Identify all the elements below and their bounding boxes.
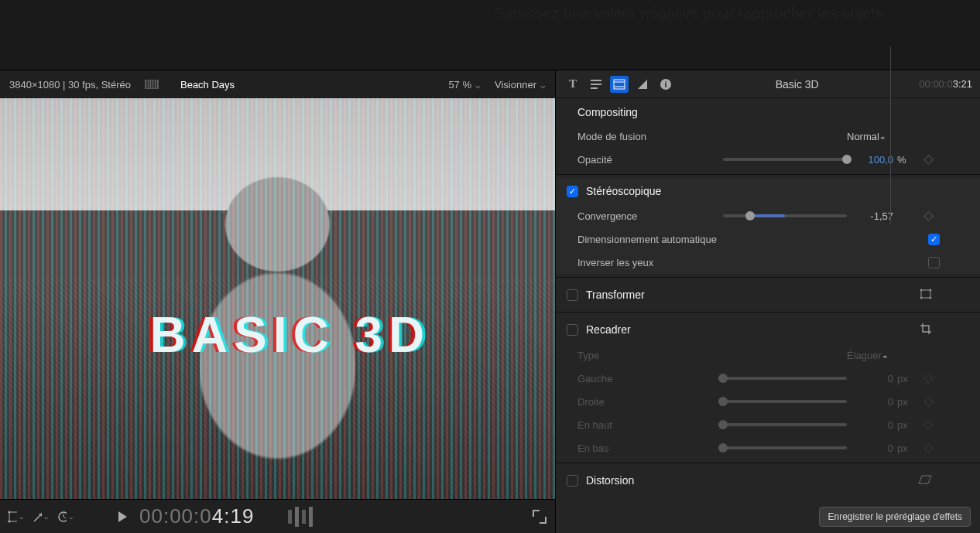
opacity-label: Opacité <box>577 154 723 166</box>
crop-left-row: Gauche 0 px <box>556 367 980 390</box>
viewer-panel: 3840×1080 | 30 fps, Stéréo Beach Days 57… <box>0 70 556 533</box>
fullscreen-button[interactable] <box>532 509 547 524</box>
opacity-slider[interactable] <box>723 158 847 161</box>
app-window: 3840×1080 | 30 fps, Stéréo Beach Days 57… <box>0 70 980 533</box>
distortion-section[interactable]: Distorsion <box>556 466 980 494</box>
title-overlay: BASIC 3D <box>150 306 431 364</box>
svg-point-16 <box>930 289 932 291</box>
tab-text[interactable]: T <box>564 76 582 93</box>
stereoscopic-checkbox[interactable]: ✓ <box>567 186 578 197</box>
convergence-label: Convergence <box>577 210 723 222</box>
inspector-panel: T i Basic 3D 00:00:03:21 Compositing Mod… <box>556 70 980 533</box>
transform-tool-icon[interactable] <box>920 289 932 302</box>
crop-right-value[interactable]: 0 <box>847 396 893 408</box>
svg-point-15 <box>920 289 923 291</box>
autosize-label: Dimensionnement automatique <box>577 234 779 245</box>
preview-image: BASIC 3D <box>0 98 555 499</box>
crop-top-label: En haut <box>577 419 723 431</box>
save-preset-button[interactable]: Enregistrer le préréglage d'effets <box>819 507 971 527</box>
filmstrip-icon[interactable] <box>145 80 159 89</box>
opacity-unit: % <box>893 154 915 166</box>
crop-bottom-row: En bas 0 px <box>556 436 980 460</box>
transform-header: Transformer <box>586 289 645 301</box>
compositing-header: Compositing <box>556 98 980 125</box>
swap-eyes-checkbox[interactable] <box>928 257 940 268</box>
opacity-keyframe[interactable] <box>915 156 941 163</box>
inspector-header: T i Basic 3D 00:00:03:21 <box>556 70 980 98</box>
crop-type-row: Type Élaguer <box>556 343 980 367</box>
play-button[interactable] <box>115 509 130 524</box>
audio-meter-icon[interactable] <box>288 507 313 527</box>
stereoscopic-header: Stéréoscopique <box>586 185 661 197</box>
tab-video[interactable] <box>610 76 629 93</box>
crop-right-keyframe[interactable] <box>915 398 941 405</box>
stereoscopic-section: ✓ Stéréoscopique <box>556 178 980 204</box>
crop-right-row: Droite 0 px <box>556 390 980 413</box>
crop-type-dropdown[interactable]: Élaguer <box>847 350 887 361</box>
blend-mode-label: Mode de fusion <box>577 131 723 142</box>
crop-left-label: Gauche <box>577 373 723 384</box>
autosize-checkbox[interactable]: ✓ <box>928 234 940 245</box>
transform-checkbox[interactable] <box>567 289 578 301</box>
callout-leader-line <box>890 46 891 224</box>
callout-text: Saisissez une valeur négative pour rappr… <box>494 3 887 24</box>
crop-left-slider[interactable] <box>723 377 847 380</box>
crop-bottom-keyframe[interactable] <box>915 445 941 452</box>
px-unit: px <box>893 373 915 384</box>
distortion-header: Distorsion <box>586 474 634 487</box>
transport-bar: ⌵ ⌵ ⌵ 00:00:04:19 <box>0 499 555 533</box>
inspector-timecode: 00:00:03:21 <box>919 78 972 90</box>
crop-right-slider[interactable] <box>723 400 847 403</box>
px-unit: px <box>893 442 915 454</box>
view-menu-dropdown[interactable]: Visionner <box>495 79 546 91</box>
crop-bottom-slider[interactable] <box>723 446 847 449</box>
crop-section[interactable]: Recadrer <box>556 316 980 343</box>
px-unit: px <box>893 419 915 431</box>
crop-top-row: En haut 0 px <box>556 413 980 436</box>
tab-info[interactable]: i <box>656 76 675 93</box>
viewer-canvas[interactable]: BASIC 3D <box>0 98 555 499</box>
crop-top-keyframe[interactable] <box>915 422 941 429</box>
distortion-tool-icon[interactable] <box>918 474 932 487</box>
tab-color[interactable] <box>633 76 652 93</box>
opacity-row: Opacité 100,0 % <box>556 148 980 171</box>
crop-bottom-value[interactable]: 0 <box>847 442 893 454</box>
blend-mode-dropdown[interactable]: Normal <box>847 131 885 142</box>
convergence-keyframe[interactable] <box>915 213 941 220</box>
crop-header: Recadrer <box>586 323 631 336</box>
inspector-footer: Enregistrer le préréglage d'effets <box>819 507 971 527</box>
svg-point-5 <box>59 512 67 521</box>
blend-mode-row: Mode de fusion Normal <box>556 125 980 148</box>
crop-top-value[interactable]: 0 <box>847 419 893 431</box>
format-info: 3840×1080 | 30 fps, Stéréo <box>9 79 131 91</box>
crop-left-value[interactable]: 0 <box>847 373 893 384</box>
crop-bottom-label: En bas <box>577 442 723 454</box>
convergence-slider[interactable] <box>723 214 847 217</box>
zoom-dropdown[interactable]: 57 % <box>448 79 481 91</box>
svg-point-3 <box>9 520 11 522</box>
crop-left-keyframe[interactable] <box>915 375 941 382</box>
retime-menu[interactable]: ⌵ <box>57 509 73 524</box>
convergence-value[interactable]: -1,57 <box>847 210 893 222</box>
swap-eyes-label: Inverser les yeux <box>577 257 779 268</box>
viewer-timecode[interactable]: 00:00:04:19 <box>139 504 254 528</box>
svg-point-17 <box>920 296 923 299</box>
inspector-rows: Compositing Mode de fusion Normal Opacit… <box>556 98 980 533</box>
crop-tool-icon[interactable] <box>920 323 932 337</box>
viewer-header: 3840×1080 | 30 fps, Stéréo Beach Days 57… <box>0 70 555 98</box>
svg-rect-14 <box>921 290 930 298</box>
inspector-title: Basic 3D <box>680 78 914 91</box>
autosize-row: Dimensionnement automatique ✓ <box>556 227 980 251</box>
opacity-value[interactable]: 100,0 <box>847 154 893 166</box>
distortion-checkbox[interactable] <box>567 475 578 487</box>
crop-right-label: Droite <box>577 396 723 408</box>
enhance-menu[interactable]: ⌵ <box>33 509 48 524</box>
clip-name: Beach Days <box>180 79 235 91</box>
tab-title[interactable] <box>587 76 605 93</box>
transform-section[interactable]: Transformer <box>556 281 980 309</box>
svg-rect-0 <box>9 512 17 521</box>
convergence-row: Convergence -1,57 <box>556 204 980 227</box>
crop-checkbox[interactable] <box>567 324 578 336</box>
transform-tool-menu[interactable]: ⌵ <box>8 509 23 524</box>
crop-top-slider[interactable] <box>723 423 847 426</box>
